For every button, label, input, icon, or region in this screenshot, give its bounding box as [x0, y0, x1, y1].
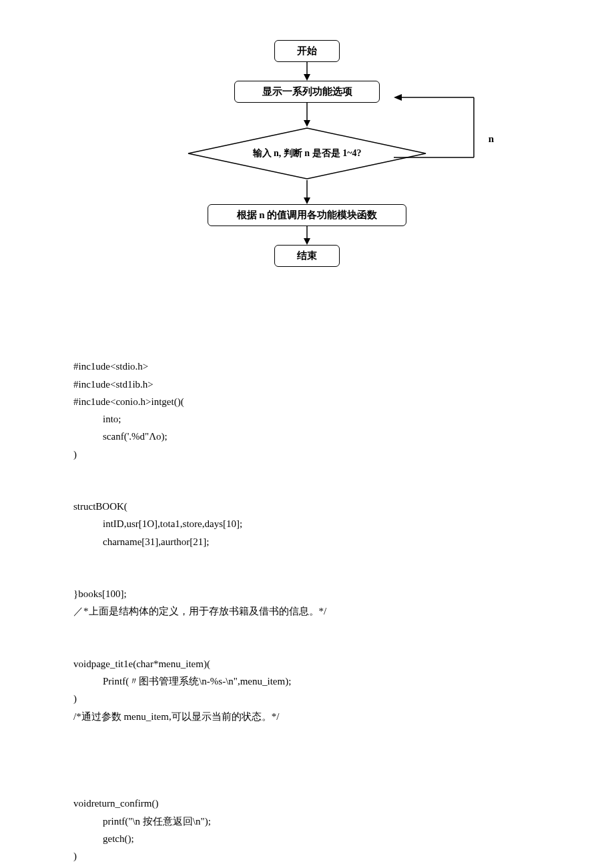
flow-call-module: 根据 n 的值调用各功能模块函数: [208, 204, 406, 226]
code-line: scanf('.%d"Λo);: [73, 428, 168, 445]
blank-line: [73, 463, 541, 480]
svg-marker-3: [304, 120, 310, 127]
code-line: charname[31],aurthor[21];: [73, 533, 210, 550]
code-line: /*通过参数 menu_item,可以显示当前的状态。*/: [73, 711, 279, 722]
flow-start-terminal: 开始: [274, 40, 340, 62]
arrow-icon: [300, 62, 314, 81]
svg-marker-6: [304, 197, 310, 204]
arrow-icon: [300, 226, 314, 245]
code-line: printf("\n 按任意返回\n");: [73, 813, 211, 830]
code-line: #inc1ude<stdio.h>: [73, 361, 148, 372]
code-line: structBOOK(: [73, 501, 127, 512]
svg-marker-1: [304, 74, 310, 81]
document-page: 开始 显示一系列功能选项 输入 n, 判断 n 是否是 1~4? 根据 n 的值…: [0, 0, 614, 868]
code-line: getch();: [73, 830, 134, 847]
code-line: ): [73, 851, 77, 861]
code-line: voidreturn_confirm(): [73, 798, 158, 809]
blank-line: [73, 760, 541, 777]
code-line: intID,usr[1O],tota1,store,days[10];: [73, 515, 242, 532]
code-line: voidpage_tit1e(char*menu_item)(: [73, 659, 210, 669]
blank-line: [73, 725, 541, 743]
code-line: ／*上面是结构体的定义，用于存放书籍及借书的信息。*/: [73, 606, 326, 616]
flowchart: 开始 显示一系列功能选项 输入 n, 判断 n 是否是 1~4? 根据 n 的值…: [140, 40, 474, 267]
svg-marker-12: [394, 94, 402, 101]
code-line: #inc1ude<conio.h>intget()(: [73, 396, 184, 407]
code-line: ): [73, 449, 77, 460]
source-code-block: #inc1ude<stdio.h> #inc1ude<std1ib.h> #in…: [73, 340, 541, 868]
code-line: ): [73, 693, 77, 704]
flow-show-options: 显示一系列功能选项: [234, 81, 380, 103]
code-line: Printf(〃图书管理系统\n-%s-\n",menu_item);: [73, 673, 291, 690]
flow-decision: 输入 n, 判断 n 是否是 1~4?: [187, 127, 427, 180]
blank-line: [73, 550, 541, 568]
arrow-icon: [300, 180, 314, 204]
blank-line: [73, 620, 541, 638]
flow-end-terminal: 结束: [274, 245, 340, 267]
arrow-icon: [300, 103, 314, 127]
flow-loop-label: n: [489, 133, 494, 145]
code-line: into;: [73, 410, 121, 428]
code-line: }books[100];: [73, 588, 127, 599]
svg-marker-8: [304, 238, 310, 245]
flow-decision-text: 输入 n, 判断 n 是否是 1~4?: [187, 127, 427, 180]
code-line: #inc1ude<std1ib.h>: [73, 379, 154, 390]
